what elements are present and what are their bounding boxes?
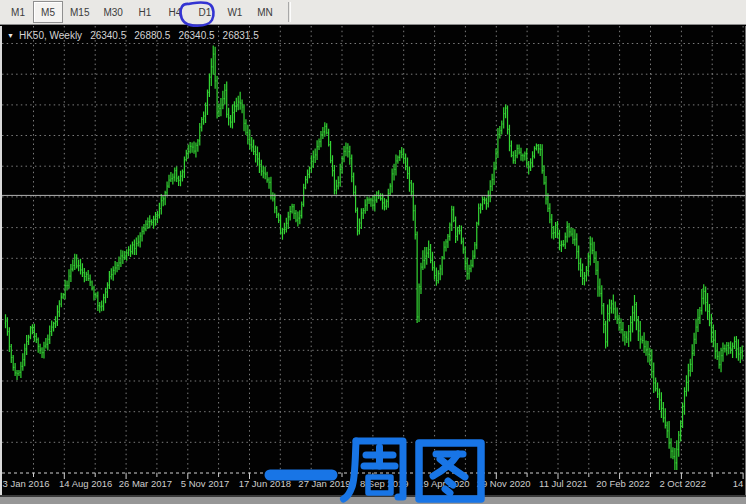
quote-open: 26340.5 — [90, 30, 126, 41]
date-label: 20 Feb 2022 — [596, 478, 649, 489]
date-label: 5 Nov 2017 — [181, 478, 230, 489]
toolbar-separator — [288, 2, 291, 22]
date-label: 29 Nov 2020 — [477, 478, 531, 489]
symbol-dropdown-icon[interactable]: ▼ — [7, 32, 14, 39]
timeframe-button-m15[interactable]: M15 — [63, 1, 96, 23]
window-bottom-frame — [0, 495, 746, 504]
date-label: 19 Apr 2020 — [418, 478, 469, 489]
chart-title: ▼ HK50, Weekly 26340.5 26880.5 26340.5 2… — [7, 30, 259, 41]
chart-area[interactable]: ▼ HK50, Weekly 26340.5 26880.5 26340.5 2… — [0, 26, 746, 504]
timeframe-button-m5[interactable]: M5 — [33, 1, 63, 23]
date-label: 17 Jun 2018 — [239, 478, 291, 489]
price-plot[interactable] — [0, 26, 746, 497]
quote-close: 26831.5 — [223, 30, 259, 41]
mt4-chart-window: M1 M5 M15 M30 H1 H4 D1 W1 MN ▼ HK50, Wee… — [0, 0, 746, 504]
date-label: 27 Jan 2019 — [298, 478, 350, 489]
date-label: 2 Oct 2022 — [659, 478, 705, 489]
quote-low: 26340.5 — [178, 30, 214, 41]
timeframe-button-mn[interactable]: MN — [250, 1, 280, 23]
timeframe-button-h4[interactable]: H4 — [160, 1, 190, 23]
date-label: 26 Mar 2017 — [119, 478, 172, 489]
quote-high: 26880.5 — [134, 30, 170, 41]
grid — [2, 26, 746, 473]
date-label: 14 — [733, 478, 744, 489]
timeframe-toolbar: M1 M5 M15 M30 H1 H4 D1 W1 MN — [0, 0, 746, 25]
timeframe-button-w1[interactable]: W1 — [220, 1, 250, 23]
timeframe-button-m1[interactable]: M1 — [3, 1, 33, 23]
window-left-edge — [0, 26, 2, 495]
date-label: 11 Jul 2021 — [539, 478, 587, 489]
symbol-period-label: HK50, Weekly — [19, 30, 82, 41]
date-label: 14 Aug 2016 — [59, 478, 112, 489]
date-label: 8 Sep 2019 — [360, 478, 409, 489]
timeframe-button-d1[interactable]: D1 — [190, 1, 220, 23]
date-label: 3 Jan 2016 — [2, 478, 49, 489]
timeframe-button-m30[interactable]: M30 — [96, 1, 129, 23]
timeframe-button-h1[interactable]: H1 — [130, 1, 160, 23]
